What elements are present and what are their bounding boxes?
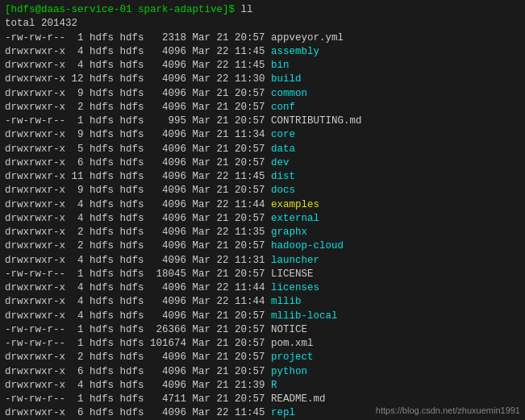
file-row: -rw-rw-r-- 1 hdfs hdfs 4711 Mar 21 20:57… xyxy=(5,393,520,406)
file-name: assembly xyxy=(271,45,319,59)
file-meta: drwxrwxr-x 2 hdfs hdfs 4096 Mar 21 20:57 xyxy=(5,351,271,364)
file-name: conf xyxy=(271,101,295,114)
file-row: drwxrwxr-x 4 hdfs hdfs 4096 Mar 22 11:44… xyxy=(5,295,520,309)
file-row: drwxrwxr-x 9 hdfs hdfs 4096 Mar 21 20:57… xyxy=(5,184,520,198)
file-row: -rw-rw-r-- 1 hdfs hdfs 18045 Mar 21 20:5… xyxy=(5,268,520,281)
file-name: bin xyxy=(271,59,290,73)
file-row: drwxrwxr-x 4 hdfs hdfs 4096 Mar 22 11:44… xyxy=(5,198,520,212)
file-meta: drwxrwxr-x 4 hdfs hdfs 4096 Mar 22 11:31 xyxy=(5,254,271,268)
file-row: drwxrwxr-x 2 hdfs hdfs 4096 Mar 22 11:35… xyxy=(5,226,520,239)
file-name: docs xyxy=(271,184,295,198)
file-row: -rw-rw-r-- 1 hdfs hdfs 101674 Mar 21 20:… xyxy=(5,337,520,351)
file-row: drwxrwxr-x 2 hdfs hdfs 4096 Mar 21 20:57… xyxy=(5,101,520,114)
file-meta: drwxrwxr-x 9 hdfs hdfs 4096 Mar 21 11:34 xyxy=(5,128,271,142)
file-name: appveyor.yml xyxy=(271,31,344,45)
file-meta: drwxrwxr-x 6 hdfs hdfs 4096 Mar 22 11:45 xyxy=(5,406,271,420)
terminal-window: [hdfs@daas-service-01 spark-adaptive]$ l… xyxy=(0,0,525,420)
file-name: build xyxy=(271,73,302,86)
file-name: project xyxy=(271,351,314,364)
command-text: ll xyxy=(241,3,253,17)
file-row: drwxrwxr-x 6 hdfs hdfs 4096 Mar 21 20:57… xyxy=(5,365,520,379)
file-meta: drwxrwxr-x 11 hdfs hdfs 4096 Mar 22 11:4… xyxy=(5,170,271,184)
file-meta: drwxrwxr-x 4 hdfs hdfs 4096 Mar 22 11:44 xyxy=(5,281,271,295)
file-meta: -rw-rw-r-- 1 hdfs hdfs 18045 Mar 21 20:5… xyxy=(5,268,271,281)
file-name: data xyxy=(271,143,295,156)
file-meta: drwxrwxr-x 5 hdfs hdfs 4096 Mar 21 20:57 xyxy=(5,143,271,156)
file-row: drwxrwxr-x 4 hdfs hdfs 4096 Mar 22 11:45… xyxy=(5,59,520,73)
file-meta: drwxrwxr-x 4 hdfs hdfs 4096 Mar 22 11:44 xyxy=(5,295,271,309)
file-name: graphx xyxy=(271,226,307,239)
total-line: total 201432 xyxy=(5,17,520,31)
file-meta: drwxrwxr-x 2 hdfs hdfs 4096 Mar 21 20:57 xyxy=(5,101,271,114)
file-name: common xyxy=(271,87,307,101)
file-row: drwxrwxr-x 4 hdfs hdfs 4096 Mar 22 11:44… xyxy=(5,281,520,295)
file-meta: -rw-rw-r-- 1 hdfs hdfs 995 Mar 21 20:57 xyxy=(5,114,271,128)
file-row: -rw-rw-r-- 1 hdfs hdfs 2318 Mar 21 20:57… xyxy=(5,31,520,45)
file-row: drwxrwxr-x 9 hdfs hdfs 4096 Mar 21 20:57… xyxy=(5,87,520,101)
file-row: drwxrwxr-x 4 hdfs hdfs 4096 Mar 21 20:57… xyxy=(5,212,520,226)
file-row: drwxrwxr-x 4 hdfs hdfs 4096 Mar 22 11:31… xyxy=(5,254,520,268)
file-listing: -rw-rw-r-- 1 hdfs hdfs 2318 Mar 21 20:57… xyxy=(5,31,520,421)
file-name: licenses xyxy=(271,281,319,295)
file-name: core xyxy=(271,128,295,142)
watermark: https://blog.csdn.net/zhuxuemin1991 xyxy=(376,405,520,415)
file-name: README.md xyxy=(271,393,326,406)
file-row: drwxrwxr-x 4 hdfs hdfs 4096 Mar 21 21:39… xyxy=(5,379,520,393)
file-name: mllib xyxy=(271,295,302,309)
file-name: NOTICE xyxy=(271,323,307,337)
file-meta: drwxrwxr-x 6 hdfs hdfs 4096 Mar 21 20:57 xyxy=(5,156,271,170)
file-name: pom.xml xyxy=(271,337,314,351)
file-meta: drwxrwxr-x 4 hdfs hdfs 4096 Mar 21 20:57 xyxy=(5,310,271,323)
file-meta: drwxrwxr-x 4 hdfs hdfs 4096 Mar 21 21:39 xyxy=(5,379,271,393)
file-row: drwxrwxr-x 11 hdfs hdfs 4096 Mar 22 11:4… xyxy=(5,170,520,184)
top-prompt-line: [hdfs@daas-service-01 spark-adaptive]$ l… xyxy=(5,3,520,17)
file-meta: drwxrwxr-x 9 hdfs hdfs 4096 Mar 21 20:57 xyxy=(5,87,271,101)
file-row: drwxrwxr-x 9 hdfs hdfs 4096 Mar 21 11:34… xyxy=(5,128,520,142)
file-name: LICENSE xyxy=(271,268,314,281)
file-name: external xyxy=(271,212,319,226)
file-meta: drwxrwxr-x 4 hdfs hdfs 4096 Mar 21 20:57 xyxy=(5,212,271,226)
file-meta: drwxrwxr-x 9 hdfs hdfs 4096 Mar 21 20:57 xyxy=(5,184,271,198)
file-meta: -rw-rw-r-- 1 hdfs hdfs 101674 Mar 21 20:… xyxy=(5,337,271,351)
file-row: drwxrwxr-x 5 hdfs hdfs 4096 Mar 21 20:57… xyxy=(5,143,520,156)
file-name: python xyxy=(271,365,307,379)
file-name: examples xyxy=(271,198,319,212)
file-name: launcher xyxy=(271,254,319,268)
file-meta: drwxrwxr-x 2 hdfs hdfs 4096 Mar 22 11:35 xyxy=(5,226,271,239)
file-row: drwxrwxr-x 6 hdfs hdfs 4096 Mar 21 20:57… xyxy=(5,156,520,170)
file-meta: drwxrwxr-x 2 hdfs hdfs 4096 Mar 21 20:57 xyxy=(5,239,271,253)
file-meta: drwxrwxr-x 12 hdfs hdfs 4096 Mar 22 11:3… xyxy=(5,73,271,86)
file-meta: drwxrwxr-x 4 hdfs hdfs 4096 Mar 22 11:45 xyxy=(5,59,271,73)
file-row: -rw-rw-r-- 1 hdfs hdfs 26366 Mar 21 20:5… xyxy=(5,323,520,337)
file-row: drwxrwxr-x 2 hdfs hdfs 4096 Mar 21 20:57… xyxy=(5,239,520,253)
file-name: hadoop-cloud xyxy=(271,239,344,253)
file-row: drwxrwxr-x 12 hdfs hdfs 4096 Mar 22 11:3… xyxy=(5,73,520,86)
file-name: R xyxy=(271,379,277,393)
file-meta: drwxrwxr-x 4 hdfs hdfs 4096 Mar 22 11:44 xyxy=(5,198,271,212)
file-name: repl xyxy=(271,406,295,420)
file-row: -rw-rw-r-- 1 hdfs hdfs 995 Mar 21 20:57 … xyxy=(5,114,520,128)
total-text: total 201432 xyxy=(5,17,77,31)
file-meta: -rw-rw-r-- 1 hdfs hdfs 2318 Mar 21 20:57 xyxy=(5,31,271,45)
file-row: drwxrwxr-x 4 hdfs hdfs 4096 Mar 22 11:45… xyxy=(5,45,520,59)
file-name: mllib-local xyxy=(271,310,338,323)
file-name: CONTRIBUTING.md xyxy=(271,114,362,128)
file-row: drwxrwxr-x 2 hdfs hdfs 4096 Mar 21 20:57… xyxy=(5,351,520,364)
file-meta: -rw-rw-r-- 1 hdfs hdfs 4711 Mar 21 20:57 xyxy=(5,393,271,406)
file-meta: -rw-rw-r-- 1 hdfs hdfs 26366 Mar 21 20:5… xyxy=(5,323,271,337)
file-meta: drwxrwxr-x 4 hdfs hdfs 4096 Mar 22 11:45 xyxy=(5,45,271,59)
prompt-text: [hdfs@daas-service-01 spark-adaptive]$ xyxy=(5,3,241,17)
file-meta: drwxrwxr-x 6 hdfs hdfs 4096 Mar 21 20:57 xyxy=(5,365,271,379)
file-name: dev xyxy=(271,156,290,170)
file-row: drwxrwxr-x 4 hdfs hdfs 4096 Mar 21 20:57… xyxy=(5,310,520,323)
file-name: dist xyxy=(271,170,295,184)
